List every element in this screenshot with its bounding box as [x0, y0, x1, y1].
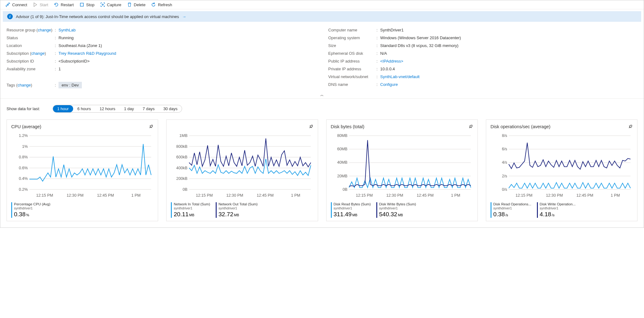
- stop-label: Stop: [86, 2, 95, 7]
- capture-label: Capture: [107, 2, 121, 7]
- pin-icon[interactable]: [628, 124, 633, 130]
- vnet-value[interactable]: SynthLab-vnet/default: [380, 74, 420, 79]
- pin-icon[interactable]: [148, 124, 153, 130]
- legend-name: Disk Read Bytes (Sum): [334, 202, 371, 206]
- status-label: Status: [7, 35, 55, 40]
- legend-name: Disk Write Operation...: [540, 202, 576, 206]
- chart-tiles: CPU (average) 0.2%0.4%0.6%0.8%1%1.2%12:1…: [7, 119, 637, 221]
- collapse-handle[interactable]: ︽: [0, 91, 644, 98]
- size-label: Size: [328, 43, 377, 48]
- svg-text:12:30 PM: 12:30 PM: [386, 193, 403, 198]
- svg-text:12:45 PM: 12:45 PM: [97, 193, 114, 198]
- svg-text:400kB: 400kB: [176, 166, 188, 170]
- advisor-banner[interactable]: i Advisor (1 of 9): Just-In-Time network…: [3, 11, 641, 22]
- refresh-button[interactable]: Refresh: [151, 2, 172, 7]
- time-range-30-days[interactable]: 30 days: [159, 105, 182, 112]
- svg-text:0/s: 0/s: [502, 187, 507, 192]
- chart-tile-net[interactable]: 0B200kB400kB600kB800kB1MB12:15 PM12:30 P…: [166, 119, 318, 221]
- legend-item: Disk Write Operation... synthdriver1 4.1…: [537, 202, 576, 218]
- privip-value: 10.0.0.4: [380, 67, 395, 71]
- svg-text:1.2%: 1.2%: [19, 133, 28, 138]
- svg-text:4/s: 4/s: [502, 160, 507, 165]
- svg-text:80MB: 80MB: [337, 133, 347, 138]
- time-range-1-day[interactable]: 1 day: [120, 105, 139, 112]
- svg-text:12:15 PM: 12:15 PM: [356, 193, 373, 198]
- os-value: Windows (Windows Server 2016 Datacenter): [380, 35, 461, 40]
- svg-text:12:45 PM: 12:45 PM: [416, 193, 433, 198]
- legend-item: Network In Total (Sum) synthdriver1 20.1…: [171, 202, 210, 218]
- connect-button[interactable]: Connect: [5, 2, 27, 7]
- legend-name: Disk Read Operations...: [493, 202, 531, 206]
- legend-item: Disk Read Bytes (Sum) synthdriver1 311.4…: [331, 202, 371, 218]
- subscription-change[interactable]: change: [31, 51, 45, 56]
- svg-text:12:30 PM: 12:30 PM: [67, 193, 83, 198]
- time-range-7-days[interactable]: 7 days: [138, 105, 159, 112]
- resource-group-value[interactable]: SynthLab: [59, 28, 76, 32]
- capture-icon: [100, 2, 105, 7]
- refresh-label: Refresh: [158, 2, 172, 7]
- delete-button[interactable]: Delete: [127, 2, 146, 7]
- start-icon: [33, 2, 38, 7]
- restart-button[interactable]: Restart: [54, 2, 74, 7]
- svg-rect-0: [80, 3, 83, 6]
- advisor-text: Advisor (1 of 9): Just-In-Time network a…: [16, 14, 179, 19]
- legend-name: Disk Write Bytes (Sum): [379, 202, 416, 206]
- legend-item: Percentage CPU (Avg) synthdriver1 0.38%: [11, 202, 50, 218]
- properties-panel: Resource group (change) : SynthLab Statu…: [0, 24, 644, 91]
- svg-text:800kB: 800kB: [176, 144, 188, 149]
- svg-text:40MB: 40MB: [337, 160, 347, 165]
- pin-icon[interactable]: [308, 124, 313, 130]
- computer-name-value: SynthDriver1: [380, 28, 404, 32]
- tile-title: CPU (average): [11, 124, 41, 129]
- svg-text:200kB: 200kB: [176, 176, 188, 181]
- svg-text:0.4%: 0.4%: [19, 176, 28, 181]
- svg-text:0.6%: 0.6%: [19, 166, 28, 170]
- pubip-value[interactable]: <IPAddress>: [380, 59, 403, 63]
- computer-name-label: Computer name: [328, 28, 377, 32]
- range-label: Show data for last:: [7, 106, 40, 111]
- legend-sub: synthdriver1: [219, 206, 258, 210]
- chart-tile-ops[interactable]: Disk operations/sec (average) 0/s2/s4/s6…: [486, 119, 637, 221]
- chart-tile-cpu[interactable]: CPU (average) 0.2%0.4%0.6%0.8%1%1.2%12:1…: [7, 119, 158, 221]
- eph-value: N/A: [380, 51, 387, 56]
- time-range-6-hours[interactable]: 6 hours: [73, 105, 95, 112]
- start-button[interactable]: Start: [33, 2, 48, 7]
- tile-title: Disk operations/sec (average): [491, 124, 551, 129]
- subscription-label: Subscription: [7, 51, 29, 56]
- resource-group-change[interactable]: change: [38, 28, 51, 32]
- svg-text:1%: 1%: [22, 144, 28, 149]
- tags-change[interactable]: change: [17, 83, 31, 87]
- tags-label: Tags: [7, 83, 15, 87]
- legend-value: 32.72MB: [219, 211, 258, 218]
- time-range-12-hours[interactable]: 12 hours: [95, 105, 120, 112]
- subscription-value[interactable]: Trey Research R&D Playground: [59, 51, 116, 56]
- time-range-1-hour[interactable]: 1 hour: [53, 105, 73, 112]
- stop-button[interactable]: Stop: [79, 2, 95, 7]
- connect-icon: [5, 2, 10, 7]
- legend-name: Network Out Total (Sum): [219, 202, 258, 206]
- tag-chip[interactable]: env : Dev: [59, 82, 82, 88]
- legend-name: Network In Total (Sum): [174, 202, 210, 206]
- svg-text:1 PM: 1 PM: [451, 193, 460, 198]
- subscription-id-value: <SubscriptionID>: [59, 59, 90, 63]
- legend-sub: synthdriver1: [540, 206, 576, 210]
- legend-item: Network Out Total (Sum) synthdriver1 32.…: [216, 202, 258, 218]
- dns-value[interactable]: Configure: [380, 82, 398, 87]
- svg-text:6/s: 6/s: [502, 147, 507, 151]
- delete-icon: [127, 2, 132, 7]
- restart-icon: [54, 2, 59, 7]
- svg-text:1 PM: 1 PM: [291, 193, 300, 198]
- connect-label: Connect: [12, 2, 27, 7]
- svg-text:0.2%: 0.2%: [19, 187, 28, 192]
- subscription-id-label: Subscription ID: [7, 59, 55, 63]
- pin-icon[interactable]: [468, 124, 473, 130]
- chart-tile-disk[interactable]: Disk bytes (total) 0B20MB40MB60MB80MB12:…: [326, 119, 478, 221]
- dns-label: DNS name: [328, 82, 377, 87]
- resource-group-label: Resource group: [7, 28, 35, 32]
- privip-label: Private IP address: [328, 67, 377, 71]
- legend-value: 540.32MB: [379, 211, 416, 218]
- pubip-label: Public IP address: [328, 59, 377, 63]
- legend-sub: synthdriver1: [379, 206, 416, 210]
- stop-icon: [79, 2, 84, 7]
- capture-button[interactable]: Capture: [100, 2, 121, 7]
